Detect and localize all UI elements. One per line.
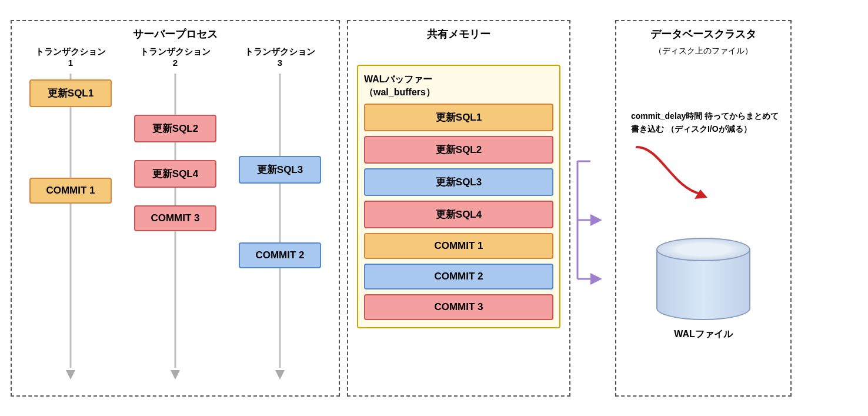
- shared-memory-panel: 共有メモリー WALバッファー（wal_buffers） 更新SQL1 更新SQ…: [347, 20, 570, 397]
- txn3-sql3-box: 更新SQL3: [239, 156, 321, 184]
- wal-buffer-box: WALバッファー（wal_buffers） 更新SQL1 更新SQL2 更新SQ…: [357, 65, 560, 329]
- purple-bracket-arrows: [573, 155, 608, 285]
- txn1-label: トランザクション1: [26, 46, 115, 69]
- txn3-commit2-box: COMMIT 2: [239, 242, 321, 268]
- svg-marker-1: [590, 273, 602, 285]
- txn1-commit1-box: COMMIT 1: [29, 178, 112, 204]
- txn2-sql2-box: 更新SQL2: [134, 115, 216, 142]
- memory-panel-title: 共有メモリー: [357, 27, 560, 41]
- wal-file-label: WALファイル: [674, 328, 733, 341]
- wal-buffer-title: WALバッファー（wal_buffers）: [364, 73, 553, 99]
- txn2-label: トランザクション2: [131, 46, 219, 69]
- wal-commit3: COMMIT 3: [364, 294, 553, 320]
- wal-sql2: 更新SQL2: [364, 136, 553, 164]
- wal-items-list: 更新SQL1 更新SQL2 更新SQL3 更新SQL4 COMMIT 1 COM…: [364, 104, 553, 320]
- wal-sql1: 更新SQL1: [364, 104, 553, 131]
- wal-sql4: 更新SQL4: [364, 201, 553, 228]
- db-panel-subtitle: （ディスク上のファイル）: [625, 46, 782, 56]
- server-panel-title: サーバープロセス: [21, 27, 330, 41]
- svg-marker-0: [590, 214, 602, 226]
- wal-file-cylinder: [656, 238, 750, 320]
- wal-commit1: COMMIT 1: [364, 233, 553, 259]
- db-cluster-panel: データベースクラスタ （ディスク上のファイル） commit_delay時間 待…: [615, 20, 792, 397]
- svg-marker-2: [695, 189, 707, 199]
- txn2-sql4-box: 更新SQL4: [134, 160, 216, 188]
- txn1-sql1-box: 更新SQL1: [29, 79, 112, 107]
- db-panel-title: データベースクラスタ: [625, 27, 782, 41]
- wal-sql3: 更新SQL3: [364, 168, 553, 196]
- wal-file-cylinder-container: WALファイル: [625, 238, 782, 341]
- commit-delay-annotation: commit_delay時間 待ってからまとめて書き込む （ディスクI/Oが減る…: [631, 109, 782, 136]
- txn3-label: トランザクション3: [236, 46, 324, 69]
- txn2-commit3-box: COMMIT 3: [134, 205, 216, 231]
- wal-commit2: COMMIT 2: [364, 264, 553, 289]
- server-process-panel: サーバープロセス トランザクション1 トランザクション2 トランザクション3: [11, 20, 340, 397]
- red-curved-arrow: [625, 141, 760, 212]
